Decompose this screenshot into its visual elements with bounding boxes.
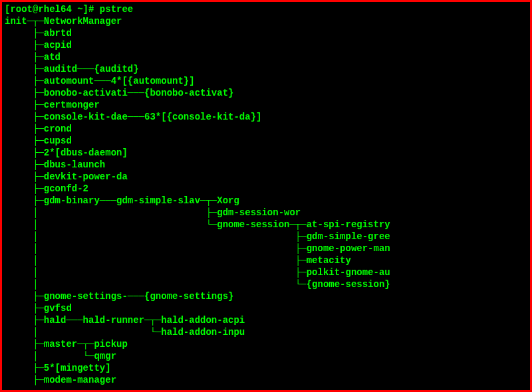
- terminal-window[interactable]: [root@rhel64 ~]# pstree init─┬─NetworkMa…: [5, 3, 527, 386]
- command-input[interactable]: pstree: [100, 4, 133, 15]
- shell-prompt: [root@rhel64 ~]#: [5, 4, 100, 15]
- pstree-output: init─┬─NetworkManager ├─abrtd ├─acpid ├─…: [5, 16, 390, 385]
